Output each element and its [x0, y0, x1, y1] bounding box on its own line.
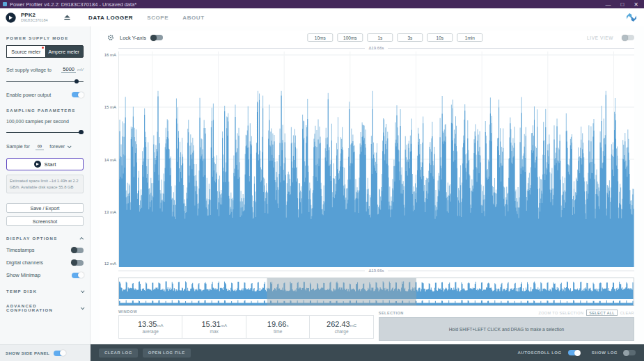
status-bar: SHOW SIDE PANEL CLEAR LOG OPEN LOG FILE …	[0, 344, 644, 361]
live-view-toggle[interactable]	[622, 35, 634, 40]
stat-average: 13.35mAaverage	[119, 316, 182, 338]
sample-for-label: Sample for	[6, 144, 30, 149]
minimap[interactable]	[118, 278, 634, 306]
display-option-row: Show Minimap	[6, 272, 84, 278]
device-selector[interactable]: PPK2 D9183C370184	[21, 13, 64, 23]
tab-data-logger[interactable]: DATA LOGGER	[88, 15, 133, 21]
chevron-down-icon	[81, 306, 85, 310]
window-button-10ms[interactable]: 10ms	[307, 33, 333, 42]
open-log-file-button[interactable]: OPEN LOG FILE	[143, 348, 191, 358]
current-chart[interactable]	[118, 51, 634, 267]
supply-voltage-input[interactable]: 5000	[61, 66, 76, 73]
clear-log-button[interactable]: CLEAR LOG	[99, 348, 138, 358]
screenshot-button[interactable]: Screenshot	[6, 216, 84, 226]
y-tick-label: 13 mA	[104, 210, 116, 214]
chart-settings-gear-icon[interactable]	[107, 34, 114, 41]
minimap-viewport[interactable]	[267, 278, 416, 305]
sampling-parameters-heading: SAMPLING PARAMETERS	[6, 109, 76, 113]
stat-label: time	[274, 329, 282, 334]
sample-rate-slider[interactable]	[6, 129, 84, 135]
eject-device-icon[interactable]	[64, 15, 70, 21]
show-minimap-toggle[interactable]	[72, 273, 84, 278]
stat-value: 19.66s	[267, 320, 289, 328]
window-button-3s[interactable]: 3s	[397, 33, 423, 42]
timestamps-toggle[interactable]	[72, 248, 84, 253]
power-mode-segmented-control: Source meterAmpere meter	[6, 45, 84, 58]
digital-channels-toggle[interactable]	[72, 260, 84, 266]
tab-about[interactable]: ABOUT	[182, 15, 204, 21]
stat-unit: mA	[221, 323, 227, 328]
power-supply-mode-heading: POWER SUPPLY MODE	[6, 36, 68, 40]
stat-value: 15.31mA	[201, 320, 227, 328]
window-button-10s[interactable]: 10s	[427, 33, 453, 42]
advanced-configuration-heading[interactable]: ADVANCED CONFIGURATION	[6, 304, 84, 312]
sample-duration-input[interactable]: ∞	[36, 143, 44, 150]
disk-space-note: Estimated space limit ~1d 1.49h at 2.2 G…	[6, 175, 84, 193]
nordic-logo-icon	[626, 13, 637, 22]
unsaved-indicator-dot	[42, 47, 44, 49]
autoscroll-log-label: AUTOSCROLL LOG	[518, 351, 562, 355]
y-tick-label: 12 mA	[104, 262, 116, 266]
window-button-100ms[interactable]: 100ms	[337, 33, 363, 42]
window-stats-label: WINDOW	[118, 310, 374, 314]
y-tick-label: 16 mA	[104, 53, 116, 57]
window-titlebar: Power Profiler v4.2.2: D9183C370184 - Un…	[0, 0, 644, 8]
select-all-button[interactable]: SELECT ALL	[586, 310, 617, 316]
maximize-button[interactable]: □	[620, 1, 624, 8]
clear-button: CLEAR	[620, 311, 634, 315]
selection-hint: Hold SHIFT+LEFT CLICK and DRAG to make a…	[379, 317, 634, 341]
device-serial: D9183C370184	[21, 18, 64, 22]
voltage-slider[interactable]	[6, 79, 84, 84]
tab-scope[interactable]: SCOPE	[147, 15, 168, 21]
window-title: Power Profiler v4.2.2: D9183C370184 - Un…	[10, 1, 605, 8]
live-view-label: LIVE VIEW	[587, 35, 613, 40]
stat-label: charge	[335, 329, 349, 334]
save-export-button[interactable]: Save / Export	[6, 203, 84, 213]
show-side-panel-label: SHOW SIDE PANEL	[6, 351, 49, 355]
digital-channels-label: Digital channels	[6, 259, 43, 266]
window-span-top: Δ19.66s	[118, 45, 634, 51]
zoom-to-selection-button: ZOOM TO SELECTION	[538, 311, 583, 315]
y-axis: 16 mA15 mA14 mA13 mA12 mA	[100, 51, 118, 267]
main-view: Lock Y-axis 10ms100ms1s3s10s1min LIVE VI…	[91, 26, 644, 344]
stat-unit: mA	[157, 323, 163, 328]
close-button[interactable]: ✕	[634, 1, 638, 8]
supply-voltage-label: Set supply voltage to	[6, 67, 52, 72]
chevron-down-icon	[68, 144, 72, 148]
stat-value: 13.35mA	[138, 320, 164, 328]
window-button-1s[interactable]: 1s	[367, 33, 393, 42]
show-log-toggle[interactable]	[624, 350, 636, 355]
minimize-button[interactable]: —	[605, 1, 611, 8]
window-button-1min[interactable]: 1min	[457, 33, 482, 42]
mode-button-ampere-meter[interactable]: Ampere meter	[45, 46, 84, 57]
selection-label: SELECTION	[379, 311, 404, 315]
lock-y-axis-label: Lock Y-axis	[120, 35, 146, 41]
start-button[interactable]: Start	[6, 158, 84, 170]
chart-toolbar: Lock Y-axis 10ms100ms1s3s10s1min LIVE VI…	[100, 31, 634, 45]
stat-value: 262.43mC	[327, 320, 356, 328]
stat-unit: s	[286, 323, 288, 328]
sample-duration-unit-dropdown[interactable]: forever	[49, 144, 70, 149]
lock-y-axis-toggle[interactable]	[151, 35, 163, 40]
time-window-buttons: 10ms100ms1s3s10s1min	[307, 33, 482, 42]
stat-max: 15.31mAmax	[182, 316, 246, 338]
stat-time: 19.66stime	[246, 316, 310, 338]
temp-disk-heading[interactable]: TEMP DISK	[6, 289, 84, 294]
side-panel: POWER SUPPLY MODE Source meterAmpere met…	[0, 26, 91, 344]
chevron-up-icon	[79, 237, 84, 241]
show-log-label: SHOW LOG	[592, 351, 618, 355]
enable-power-output-toggle[interactable]	[72, 92, 84, 97]
stat-charge: 262.43mCcharge	[310, 316, 372, 338]
display-options-heading[interactable]: DISPLAY OPTIONS	[6, 236, 84, 241]
chevron-down-icon	[81, 289, 85, 294]
launcher-icon[interactable]	[6, 13, 16, 23]
mode-button-source-meter[interactable]: Source meter	[7, 46, 45, 57]
supply-voltage-unit: mV	[77, 67, 84, 72]
show-side-panel-toggle[interactable]	[54, 351, 65, 356]
display-option-row: Timestamps	[6, 247, 84, 253]
autoscroll-log-toggle[interactable]	[568, 350, 580, 355]
play-icon	[34, 161, 41, 168]
window-span-bottom: Δ19.66s	[118, 267, 634, 274]
sample-rate-label: 100,000 samples per second	[6, 119, 69, 124]
app-icon	[3, 2, 7, 6]
